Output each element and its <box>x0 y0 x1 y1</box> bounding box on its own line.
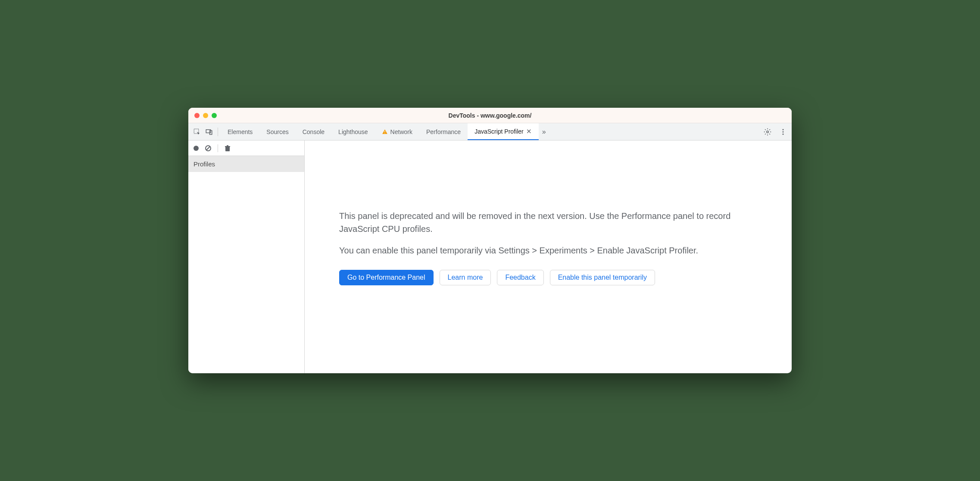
panel-content: Profiles This panel is deprecated and wi… <box>188 141 792 373</box>
tab-elements[interactable]: Elements <box>221 123 259 140</box>
close-tab-icon[interactable]: ✕ <box>526 128 532 134</box>
maximize-window-button[interactable] <box>212 113 217 118</box>
delete-icon[interactable] <box>224 145 231 152</box>
enable-temporarily-button[interactable]: Enable this panel temporarily <box>550 270 655 285</box>
svg-point-7 <box>783 131 784 132</box>
tab-label: JavaScript Profiler <box>474 128 524 135</box>
tab-label: Network <box>390 128 412 135</box>
sidebar-section-profiles[interactable]: Profiles <box>188 156 304 172</box>
window-titlebar: DevTools - www.google.com/ <box>188 108 792 123</box>
window-title: DevTools - www.google.com/ <box>188 112 792 119</box>
clear-icon[interactable] <box>205 145 212 152</box>
tab-label: Console <box>303 128 325 135</box>
traffic-lights <box>194 113 217 118</box>
svg-line-11 <box>206 147 210 150</box>
device-toolbar-icon[interactable] <box>203 126 215 138</box>
inspect-element-icon[interactable] <box>191 126 203 138</box>
action-button-row: Go to Performance Panel Learn more Feedb… <box>339 270 757 285</box>
go-to-performance-button[interactable]: Go to Performance Panel <box>339 270 434 285</box>
tab-label: Elements <box>228 128 253 135</box>
more-tabs-icon[interactable]: » <box>539 128 548 136</box>
more-options-icon[interactable] <box>777 126 789 138</box>
record-icon[interactable] <box>193 145 200 152</box>
learn-more-button[interactable]: Learn more <box>440 270 491 285</box>
svg-point-9 <box>194 146 199 151</box>
svg-point-5 <box>767 131 769 133</box>
sidebar-toolbar <box>188 141 304 156</box>
tab-performance[interactable]: Performance <box>419 123 468 140</box>
tab-javascript-profiler[interactable]: JavaScript Profiler ✕ <box>468 123 539 140</box>
devtools-window: DevTools - www.google.com/ Elements Sour… <box>188 108 792 373</box>
tabbar-right-controls <box>762 126 789 138</box>
tab-network[interactable]: Network <box>375 123 419 140</box>
toolbar-divider <box>218 128 218 136</box>
close-window-button[interactable] <box>194 113 200 118</box>
tab-console[interactable]: Console <box>296 123 331 140</box>
panel-tabs: Elements Sources Console Lighthouse Netw… <box>221 123 539 140</box>
settings-icon[interactable] <box>762 126 774 138</box>
svg-point-8 <box>783 133 784 134</box>
tab-label: Performance <box>426 128 461 135</box>
svg-rect-3 <box>384 131 385 132</box>
tab-label: Lighthouse <box>338 128 368 135</box>
sidebar-section-label: Profiles <box>194 160 215 168</box>
tab-label: Sources <box>266 128 288 135</box>
notice-paragraph-1: This panel is deprecated and will be rem… <box>339 209 757 235</box>
notice-paragraph-2: You can enable this panel temporarily vi… <box>339 244 757 257</box>
profiler-sidebar: Profiles <box>188 141 305 373</box>
tab-lighthouse[interactable]: Lighthouse <box>331 123 375 140</box>
minimize-window-button[interactable] <box>203 113 208 118</box>
warning-icon <box>382 129 388 135</box>
svg-rect-4 <box>384 133 385 133</box>
deprecation-notice: This panel is deprecated and will be rem… <box>305 141 792 373</box>
feedback-button[interactable]: Feedback <box>497 270 543 285</box>
devtools-tabbar: Elements Sources Console Lighthouse Netw… <box>188 123 792 141</box>
tab-sources[interactable]: Sources <box>259 123 295 140</box>
toolbar-divider <box>218 144 218 152</box>
svg-point-6 <box>783 129 784 130</box>
